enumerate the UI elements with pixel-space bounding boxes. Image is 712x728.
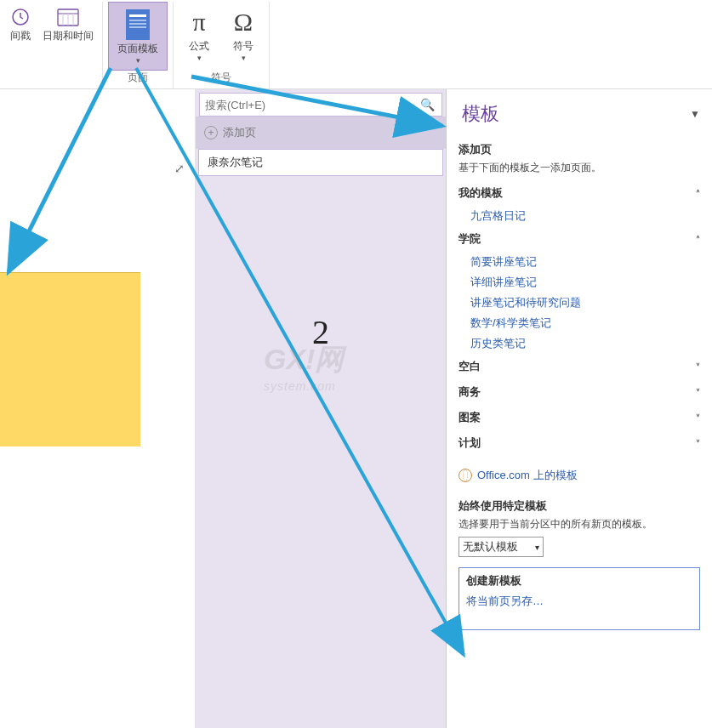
section-always-template: 始终使用特定模板 bbox=[459, 498, 700, 514]
add-page-button[interactable]: + 添加页 bbox=[196, 117, 446, 149]
add-page-description: 基于下面的模板之一添加页面。 bbox=[459, 161, 700, 175]
office-templates-link[interactable]: Office.com 上的模板 bbox=[459, 456, 700, 492]
pages-panel: 🔍 + 添加页 康奈尔笔记 2 bbox=[196, 89, 447, 728]
category-label: 图案 bbox=[459, 410, 481, 425]
chevron-up-icon: ˄ bbox=[696, 189, 700, 198]
chevron-down-icon: ▾ bbox=[242, 54, 246, 62]
category-pattern[interactable]: 图案 ˅ bbox=[459, 405, 700, 430]
timestamp-button[interactable]: 间戳 bbox=[5, 2, 36, 47]
datetime-button[interactable]: 日期和时间 bbox=[39, 2, 97, 47]
chevron-down-icon: ▾ bbox=[197, 54, 202, 62]
page-template-icon bbox=[121, 8, 155, 42]
note-canvas[interactable]: ⤢ bbox=[0, 89, 196, 728]
default-template-select[interactable]: 无默认模板 ▾ bbox=[459, 537, 544, 557]
template-item[interactable]: 讲座笔记和待研究问题 bbox=[459, 293, 700, 313]
yellow-note-block[interactable] bbox=[0, 272, 140, 446]
office-link-label: Office.com 上的模板 bbox=[477, 468, 578, 483]
chevron-down-icon: ▾ bbox=[136, 56, 140, 65]
category-college[interactable]: 学院 ˄ bbox=[459, 226, 700, 252]
section-add-page: 添加页 bbox=[459, 142, 700, 157]
symbol-button[interactable]: Ω 符号 ▾ bbox=[223, 2, 264, 65]
pi-icon: π bbox=[182, 5, 216, 39]
group-symbol-label: 符号 bbox=[211, 71, 231, 88]
category-plan[interactable]: 计划 ˅ bbox=[459, 430, 700, 456]
category-business[interactable]: 商务 ˅ bbox=[459, 379, 700, 405]
panel-title-row: 模板 ▼ bbox=[459, 96, 700, 135]
page-list-item[interactable]: 康奈尔笔记 bbox=[198, 149, 443, 176]
search-box[interactable]: 🔍 bbox=[199, 93, 442, 117]
chevron-down-icon: ˅ bbox=[696, 388, 700, 397]
fullscreen-icon[interactable]: ⤢ bbox=[174, 162, 185, 175]
timestamp-label: 间戳 bbox=[10, 29, 31, 43]
ribbon-group-symbol: π 公式 ▾ Ω 符号 ▾ 符号 bbox=[174, 2, 270, 88]
chevron-down-icon: ˅ bbox=[696, 362, 700, 372]
category-label: 空白 bbox=[459, 359, 481, 374]
plus-icon: + bbox=[204, 126, 218, 139]
category-label: 我的模板 bbox=[459, 185, 503, 201]
category-blank[interactable]: 空白 ˅ bbox=[459, 354, 700, 379]
template-item[interactable]: 历史类笔记 bbox=[459, 333, 700, 354]
template-item[interactable]: 九宫格日记 bbox=[459, 206, 700, 226]
symbol-label: 符号 bbox=[233, 39, 253, 54]
category-label: 商务 bbox=[459, 384, 481, 400]
svg-rect-8 bbox=[129, 20, 146, 21]
clock-icon bbox=[9, 5, 32, 29]
category-label: 学院 bbox=[459, 231, 481, 247]
group-page-label: 页面 bbox=[128, 71, 148, 88]
page-template-button[interactable]: 页面模板 ▾ bbox=[108, 2, 168, 71]
category-label: 计划 bbox=[459, 435, 481, 451]
ribbon-group-label bbox=[49, 73, 52, 88]
chevron-up-icon: ˄ bbox=[696, 235, 700, 244]
template-item[interactable]: 数学/科学类笔记 bbox=[459, 313, 700, 333]
search-icon[interactable]: 🔍 bbox=[413, 98, 441, 111]
panel-title: 模板 bbox=[462, 101, 499, 127]
globe-icon bbox=[459, 469, 472, 482]
add-page-label: 添加页 bbox=[223, 125, 256, 140]
main-area: ⤢ 🔍 + 添加页 康奈尔笔记 2 模板 ▼ 添加页 基于下面的模板之一添加页面… bbox=[0, 89, 712, 728]
create-template-heading: 创建新模板 bbox=[466, 573, 692, 589]
ribbon-group-timestamp: 间戳 日期和时间 bbox=[0, 2, 103, 88]
ribbon-group-page: 页面模板 ▾ 页面 bbox=[103, 2, 174, 88]
panel-menu-caret-icon[interactable]: ▼ bbox=[690, 108, 700, 120]
chevron-down-icon: ˅ bbox=[696, 413, 700, 423]
svg-rect-10 bbox=[129, 26, 146, 28]
chevron-down-icon: ▾ bbox=[535, 543, 539, 552]
svg-rect-9 bbox=[129, 23, 146, 25]
always-template-description: 选择要用于当前分区中的所有新页的模板。 bbox=[459, 517, 700, 532]
search-input[interactable] bbox=[200, 99, 413, 111]
select-value: 无默认模板 bbox=[463, 539, 518, 555]
formula-button[interactable]: π 公式 ▾ bbox=[179, 2, 219, 65]
pages-empty-area: 2 bbox=[196, 176, 446, 728]
datetime-label: 日期和时间 bbox=[43, 29, 94, 43]
ribbon: 间戳 日期和时间 页面模板 ▾ 页面 π 公式 ▾ bbox=[0, 0, 712, 89]
annotation-number: 2 bbox=[312, 312, 329, 352]
template-panel: 模板 ▼ 添加页 基于下面的模板之一添加页面。 我的模板 ˄ 九宫格日记 学院 … bbox=[447, 89, 712, 728]
save-current-page-link[interactable]: 将当前页另存… bbox=[466, 594, 544, 607]
template-item[interactable]: 简要讲座笔记 bbox=[459, 252, 700, 272]
svg-rect-7 bbox=[129, 14, 146, 17]
formula-label: 公式 bbox=[189, 39, 209, 54]
chevron-down-icon: ˅ bbox=[696, 439, 700, 448]
calendar-icon bbox=[56, 5, 80, 29]
create-template-box: 创建新模板 将当前页另存… bbox=[459, 567, 700, 630]
omega-icon: Ω bbox=[226, 5, 260, 39]
category-my-templates[interactable]: 我的模板 ˄ bbox=[459, 180, 700, 206]
page-template-label: 页面模板 bbox=[117, 42, 158, 56]
template-item[interactable]: 详细讲座笔记 bbox=[459, 272, 700, 293]
